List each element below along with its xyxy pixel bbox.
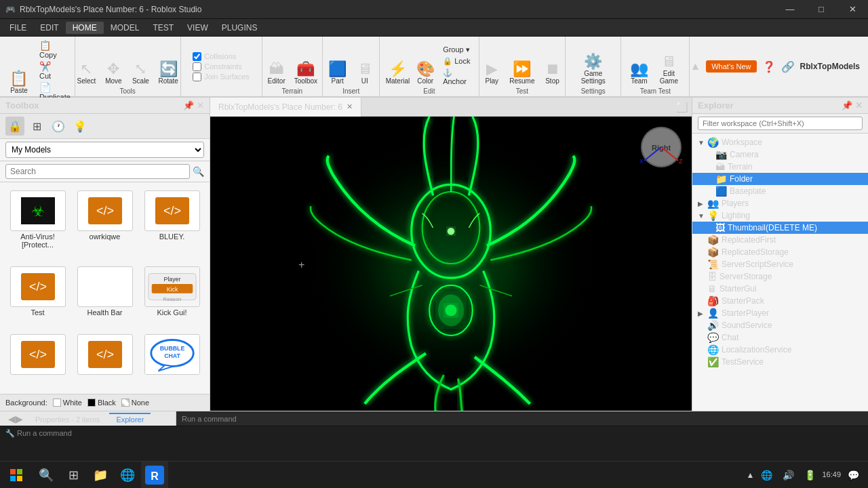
tree-testservice[interactable]: ✅ TestService bbox=[692, 356, 868, 368]
tree-folder[interactable]: 📁 Folder bbox=[692, 173, 868, 185]
share-button[interactable]: 🔗 bbox=[781, 60, 795, 73]
toolbox-search-input[interactable] bbox=[5, 164, 190, 179]
toolbox-ribbon-button[interactable]: 🧰 Toolbox bbox=[292, 60, 320, 86]
tree-workspace[interactable]: ▼ 🌍 Workspace bbox=[692, 136, 868, 148]
toolbox-item-owrkiqwe[interactable]: </> owrkiqwe bbox=[73, 188, 137, 261]
toolbox-item-script2[interactable]: </> bbox=[73, 331, 137, 388]
maximize-button[interactable]: □ bbox=[806, 0, 837, 19]
tree-camera[interactable]: 📷 Camera bbox=[692, 148, 868, 161]
toolbox-close-button[interactable]: ✕ bbox=[197, 100, 204, 110]
team-button[interactable]: 👥 Team bbox=[627, 60, 651, 86]
viewport-tab-item[interactable]: RblxTopModels's Place Number: 6 ✕ bbox=[210, 98, 361, 117]
menu-edit[interactable]: EDIT bbox=[33, 22, 65, 34]
tree-terrain[interactable]: 🏔 Terrain bbox=[692, 161, 868, 173]
toolbox-item-bubblechat[interactable]: BUBBLE CHAT bbox=[140, 331, 204, 388]
menu-view[interactable]: VIEW bbox=[180, 22, 215, 34]
camera-gizmo[interactable]: Right Z X bbox=[637, 123, 685, 171]
bg-none-option[interactable]: None bbox=[121, 399, 149, 407]
minimize-button[interactable]: — bbox=[774, 0, 806, 19]
collisions-checkbox-label[interactable]: Collisions bbox=[193, 52, 236, 61]
ui-button[interactable]: 🖥 UI bbox=[353, 60, 377, 86]
whats-new-button[interactable]: What's New bbox=[706, 60, 756, 73]
viewport-expand-button[interactable]: ⬜ bbox=[676, 102, 688, 113]
toolbox-tab-recent[interactable]: 🕐 bbox=[49, 117, 68, 136]
tree-chat[interactable]: 💬 Chat bbox=[692, 331, 868, 344]
edit-game-button[interactable]: 🖥 Edit Game bbox=[654, 53, 684, 86]
tree-serverstorage[interactable]: 🗄 ServerStorage bbox=[692, 270, 868, 283]
toolbox-filter-select[interactable]: My Models bbox=[5, 142, 204, 158]
tree-localizationservice[interactable]: 🌐 LocalizationService bbox=[692, 344, 868, 356]
toolbox-item-antivirus[interactable]: ☣ Anti-Virus! [Protect... bbox=[5, 188, 70, 261]
taskbar-notification-icon[interactable]: 💬 bbox=[844, 466, 863, 485]
toolbox-item-kickgui[interactable]: Player Kick Reason Kick Gui! bbox=[140, 264, 204, 329]
search-icon[interactable]: 🔍 bbox=[193, 166, 204, 177]
taskbar-roblox-button[interactable]: R bbox=[141, 462, 168, 489]
tree-soundservice[interactable]: 🔊 SoundService bbox=[692, 319, 868, 331]
explorer-close-button[interactable]: ✕ bbox=[855, 100, 863, 110]
stop-button[interactable]: ⏹ Stop bbox=[540, 60, 565, 86]
help-button[interactable]: ❓ bbox=[762, 60, 776, 73]
group-button[interactable]: Group ▾ bbox=[440, 45, 473, 55]
properties-tab[interactable]: Properties - 2 items bbox=[28, 413, 106, 425]
tree-replicatedstorage[interactable]: 📦 ReplicatedStorage bbox=[692, 246, 868, 258]
join-surfaces-checkbox[interactable] bbox=[193, 73, 201, 81]
start-button[interactable] bbox=[0, 462, 33, 489]
bg-white-option[interactable]: White bbox=[53, 399, 82, 407]
menu-file[interactable]: FILE bbox=[3, 22, 33, 34]
tree-replicatedfirst[interactable]: 📦 ReplicatedFirst bbox=[692, 234, 868, 246]
toolbox-item-test[interactable]: </> Test bbox=[5, 264, 70, 329]
scale-button[interactable]: ⤡ Scale bbox=[128, 60, 153, 86]
menu-model[interactable]: MODEL bbox=[104, 22, 146, 34]
anchor-button[interactable]: ⚓ Anchor bbox=[440, 68, 473, 86]
taskbar-volume-icon[interactable]: 🔊 bbox=[778, 466, 797, 485]
toolbox-tab-light[interactable]: 💡 bbox=[71, 117, 90, 136]
tree-startergui[interactable]: 🖥 StarterGui bbox=[692, 283, 868, 295]
tree-thumbnail[interactable]: 🖼 Thumbnail(DELETE ME) bbox=[692, 222, 868, 234]
tree-serverscriptservice[interactable]: 📜 ServerScriptService bbox=[692, 258, 868, 270]
cut-button[interactable]: ✂️Cut bbox=[37, 60, 73, 81]
panel-resize-handle[interactable]: ◀▶ bbox=[5, 413, 26, 424]
taskbar-clock[interactable]: 16:49 bbox=[822, 470, 841, 480]
taskbar-up-arrow[interactable]: ▲ bbox=[747, 470, 755, 480]
titlebar-controls[interactable]: — □ ✕ bbox=[774, 0, 868, 19]
lock-button[interactable]: 🔒 Lock bbox=[440, 56, 473, 66]
editor-button[interactable]: 🏔 Editor bbox=[264, 60, 289, 86]
toolbox-item-healthbar[interactable]: Health Bar bbox=[73, 264, 137, 329]
toolbox-pin-button[interactable]: 📌 bbox=[183, 100, 194, 110]
tree-starterplayer[interactable]: ▶ 👤 StarterPlayer bbox=[692, 307, 868, 319]
toolbox-item-script1[interactable]: </> bbox=[5, 331, 70, 388]
part-button[interactable]: 🟦 Part bbox=[326, 60, 350, 86]
tree-starterpack[interactable]: 🎒 StarterPack bbox=[692, 295, 868, 307]
viewport-tab-close[interactable]: ✕ bbox=[347, 102, 353, 111]
color-button[interactable]: 🎨 Color bbox=[413, 60, 437, 86]
ribbon-collapse-button[interactable]: ▲ bbox=[690, 60, 701, 73]
menu-test[interactable]: TEST bbox=[146, 22, 180, 34]
explorer-filter-input[interactable] bbox=[698, 117, 863, 130]
close-button[interactable]: ✕ bbox=[837, 0, 868, 19]
constraints-checkbox[interactable] bbox=[193, 62, 201, 71]
copy-button[interactable]: 📋Copy bbox=[37, 39, 73, 60]
explorer-tab[interactable]: Explorer bbox=[109, 413, 151, 425]
select-button[interactable]: ↖ Select bbox=[74, 60, 98, 86]
join-surfaces-checkbox-label[interactable]: Join Surfaces bbox=[193, 73, 250, 81]
user-label[interactable]: RblxTopModels bbox=[800, 62, 860, 71]
menu-home[interactable]: HOME bbox=[66, 22, 104, 34]
bg-black-option[interactable]: Black bbox=[87, 399, 116, 407]
tree-lighting[interactable]: ▼ 💡 Lighting bbox=[692, 209, 868, 222]
taskbar-browser1-button[interactable]: 🌐 bbox=[114, 462, 141, 489]
toolbox-tab-lock[interactable]: 🔒 bbox=[5, 117, 24, 136]
tree-players[interactable]: ▶ 👥 Players bbox=[692, 197, 868, 209]
taskbar-file-button[interactable]: 📁 bbox=[87, 462, 114, 489]
menu-plugins[interactable]: PLUGINS bbox=[215, 22, 264, 34]
rotate-button[interactable]: 🔄 Rotate bbox=[155, 60, 180, 86]
resume-button[interactable]: ⏩ Resume bbox=[507, 60, 537, 86]
constraints-checkbox-label[interactable]: Constraints bbox=[193, 62, 242, 71]
explorer-pin-button[interactable]: 📌 bbox=[842, 100, 852, 110]
toolbox-tab-grid[interactable]: ⊞ bbox=[27, 117, 46, 136]
game-settings-button[interactable]: ⚙️ Game Settings bbox=[571, 53, 615, 86]
play-button[interactable]: ▶ Play bbox=[479, 60, 504, 86]
output-placeholder[interactable]: Run a command bbox=[182, 415, 863, 423]
collisions-checkbox[interactable] bbox=[193, 52, 201, 61]
material-button[interactable]: ⚡ Material bbox=[385, 60, 410, 86]
toolbox-item-bluey[interactable]: </> BLUEY. bbox=[140, 188, 204, 261]
